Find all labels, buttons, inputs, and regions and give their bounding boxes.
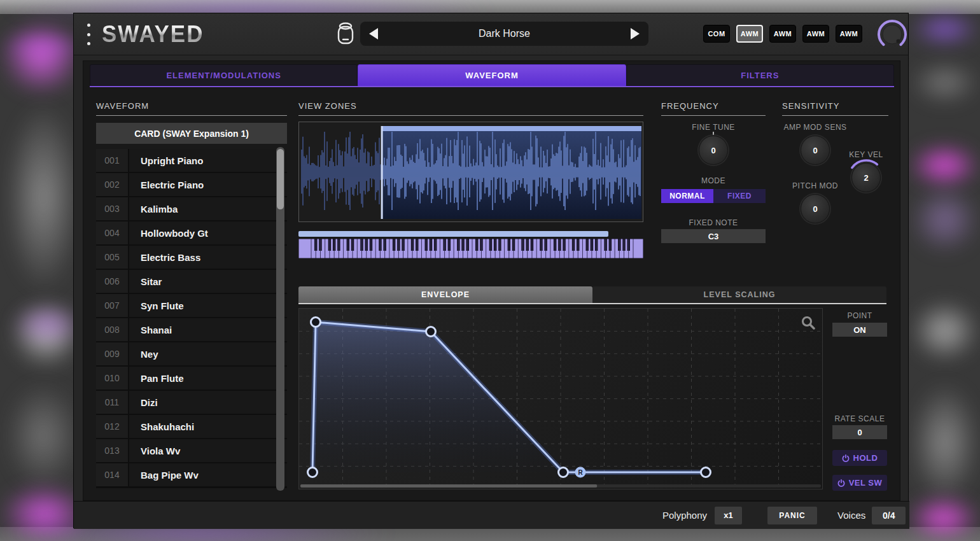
plugin-window: SWAYED Dark Horse COMAWMAWMAWMAWM ELEMEN… — [73, 13, 909, 528]
next-preset-button[interactable] — [631, 28, 640, 39]
waveform-display[interactable] — [298, 122, 643, 222]
list-item-005[interactable]: 005Electric Bass — [96, 246, 287, 270]
background-blur — [5, 382, 81, 490]
prev-preset-button[interactable] — [369, 28, 378, 39]
app-logo: SWAYED — [102, 21, 204, 48]
list-item-number: 012 — [96, 415, 129, 438]
panic-button[interactable]: PANIC — [767, 507, 817, 524]
list-item-009[interactable]: 009Ney — [96, 342, 287, 367]
rate-scale-label: RATE SCALE — [832, 414, 887, 423]
background-blur — [0, 19, 83, 95]
background-blur — [910, 299, 980, 363]
part-button-2[interactable]: AWM — [769, 25, 796, 43]
zone-range-bar[interactable] — [298, 231, 608, 237]
part-buttons: COMAWMAWMAWMAWM — [703, 25, 862, 43]
list-item-013[interactable]: 013Viola Wv — [96, 439, 287, 463]
mode-label: MODE — [661, 176, 766, 185]
svg-text:R: R — [578, 469, 583, 476]
hold-button[interactable]: HOLD — [832, 450, 887, 466]
fine-tune-knob[interactable]: 0 — [699, 136, 728, 165]
tab-underline — [90, 86, 894, 87]
list-item-014[interactable]: 014Bag Pipe Wv — [96, 463, 287, 488]
list-item-012[interactable]: 012Shakuhachi — [96, 415, 287, 439]
power-icon — [842, 454, 850, 462]
part-button-1[interactable]: AWM — [736, 25, 763, 43]
list-item-number: 004 — [96, 221, 129, 244]
envelope-point[interactable] — [426, 327, 436, 337]
envelope-tab-level-scaling[interactable]: LEVEL SCALING — [592, 286, 886, 303]
fine-tune-tick — [713, 132, 714, 135]
header-bar: SWAYED Dark Horse COMAWMAWMAWMAWM — [74, 13, 908, 55]
envelope-tab-underline — [298, 303, 886, 304]
waveform-list: 001Upright Piano002Electric Piano003Kali… — [96, 149, 287, 488]
fixed-note-value[interactable]: C3 — [661, 229, 766, 243]
list-item-name: Upright Piano — [129, 149, 287, 172]
part-button-4[interactable]: AWM — [836, 25, 862, 43]
list-item-number: 013 — [96, 439, 129, 462]
list-item-name: Viola Wv — [129, 439, 287, 462]
pitch-mod-label: PITCH MOD — [771, 181, 860, 190]
polyphony-value[interactable]: x1 — [715, 507, 742, 524]
preset-navigator: Dark Horse — [360, 22, 648, 46]
envelope-scrollbar-thumb[interactable] — [300, 484, 597, 488]
rate-scale-value[interactable]: 0 — [832, 425, 887, 439]
zoom-icon[interactable] — [801, 315, 816, 330]
list-item-007[interactable]: 007Syn Flute — [96, 294, 287, 318]
mode-toggle: NORMALFIXED — [661, 189, 766, 203]
list-item-number: 001 — [96, 149, 129, 172]
tab-waveform[interactable]: WAVEFORM — [358, 64, 626, 86]
background-blur — [13, 306, 83, 344]
voices-value[interactable]: 0/4 — [872, 507, 906, 524]
list-item-number: 002 — [96, 173, 129, 196]
key-vel-arc — [846, 158, 886, 197]
list-item-010[interactable]: 010Pan Flute — [96, 367, 287, 391]
preset-browser-icon[interactable] — [335, 22, 356, 46]
tab-filters[interactable]: FILTERS — [626, 64, 894, 86]
footer-bar: Polyphony x1 PANIC Voices 0/4 — [74, 501, 909, 529]
envelope-point[interactable] — [559, 468, 568, 477]
list-item-004[interactable]: 004Hollowbody Gt — [96, 221, 287, 246]
background-blur — [910, 382, 980, 503]
list-scrollbar-thumb[interactable] — [277, 149, 284, 209]
tab-element-modulations[interactable]: ELEMENT/MODULATIONS — [90, 64, 358, 86]
vel-sw-button[interactable]: VEL SW — [832, 475, 887, 491]
envelope-point[interactable] — [308, 468, 318, 477]
menu-icon[interactable] — [84, 24, 93, 45]
background-blur — [910, 185, 980, 255]
list-item-number: 007 — [96, 294, 129, 317]
list-item-number: 006 — [96, 270, 129, 293]
background-blur — [907, 495, 980, 541]
part-button-3[interactable]: AWM — [802, 25, 829, 43]
envelope-tab-envelope[interactable]: ENVELOPE — [298, 286, 592, 303]
keyboard[interactable] — [298, 239, 643, 258]
list-scrollbar[interactable] — [276, 147, 284, 491]
list-item-number: 008 — [96, 318, 129, 341]
list-item-006[interactable]: 006Sitar — [96, 270, 287, 294]
point-toggle[interactable]: ON — [832, 323, 887, 337]
preset-name[interactable]: Dark Horse — [378, 28, 631, 39]
background-blur — [910, 11, 980, 46]
mode-option-fixed[interactable]: FIXED — [713, 189, 766, 203]
envelope-point[interactable] — [311, 318, 321, 327]
list-item-name: Dizi — [129, 391, 287, 414]
pitch-mod-knob[interactable]: 0 — [801, 194, 830, 223]
list-item-011[interactable]: 011Dizi — [96, 391, 287, 415]
list-item-name: Kalimba — [129, 197, 287, 220]
voices-label: Voices — [837, 510, 865, 521]
envelope-graph[interactable]: R — [298, 308, 823, 489]
fine-tune-label: FINE TUNE — [661, 123, 766, 132]
list-item-number: 010 — [96, 367, 129, 390]
envelope-point[interactable] — [701, 468, 711, 477]
list-item-003[interactable]: 003Kalimba — [96, 197, 287, 221]
list-item-008[interactable]: 008Shanai — [96, 318, 287, 342]
list-item-name: Shakuhachi — [129, 415, 287, 438]
list-item-number: 011 — [96, 391, 129, 414]
mode-option-normal[interactable]: NORMAL — [661, 189, 713, 203]
amp-mod-sens-knob[interactable]: 0 — [801, 136, 830, 165]
list-item-001[interactable]: 001Upright Piano — [96, 149, 287, 173]
master-knob[interactable] — [878, 20, 907, 49]
sensitivity-title: SENSITIVITY — [782, 101, 888, 116]
card-bank-button[interactable]: CARD (SWAY Expansion 1) — [96, 123, 287, 144]
part-button-0[interactable]: COM — [703, 25, 730, 43]
list-item-002[interactable]: 002Electric Piano — [96, 173, 287, 197]
